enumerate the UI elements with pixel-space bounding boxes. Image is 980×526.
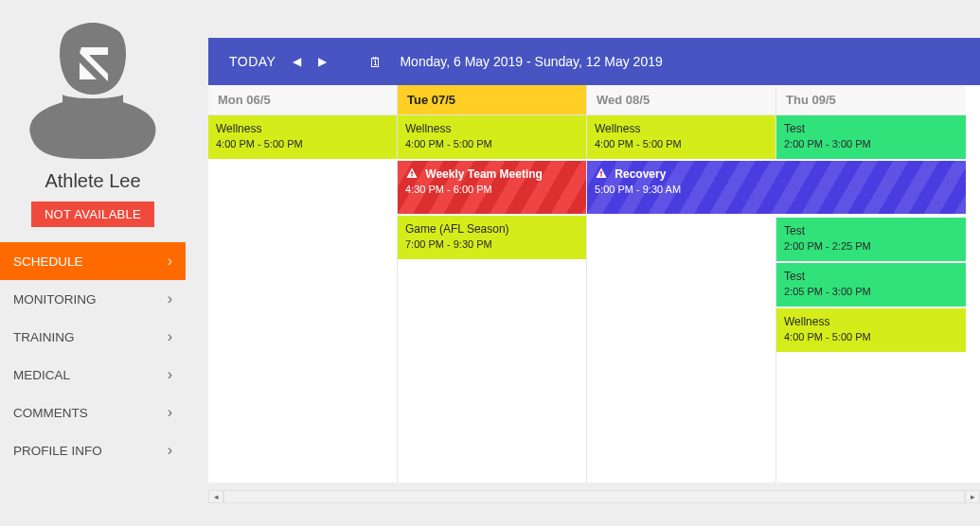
avatar-icon (27, 17, 159, 159)
event[interactable]: Test2:05 PM - 3:00 PM (776, 263, 966, 308)
event-title: Recovery (595, 167, 958, 182)
alert-icon (595, 167, 608, 180)
day-column: Wed 08/5Wellness4:00 PM - 5:00 PM Recove… (587, 85, 776, 482)
nav-item-label: SCHEDULE (13, 254, 83, 269)
events-container: Wellness4:00 PM - 5:00 PM (208, 115, 397, 161)
event-title: Test (784, 269, 958, 284)
events-container: Wellness4:00 PM - 5:00 PM Recovery5:00 P… (587, 115, 775, 216)
event[interactable]: Wellness4:00 PM - 5:00 PM (398, 115, 586, 161)
event-title: Test (784, 121, 958, 136)
event[interactable]: Test2:00 PM - 2:25 PM (776, 218, 966, 263)
day-header: Tue 07/5 (398, 85, 586, 115)
user-name: Athlete Lee (0, 167, 186, 202)
nav-item-label: TRAINING (13, 330, 75, 344)
event-time: 4:00 PM - 5:00 PM (595, 137, 768, 151)
chevron-right-icon: › (168, 328, 172, 345)
today-button[interactable]: TODAY (229, 54, 276, 69)
nav-item-label: MONITORING (13, 292, 97, 307)
next-week-button[interactable]: ▶ (318, 55, 327, 68)
event-time: 4:30 PM - 6:00 PM (405, 183, 579, 197)
nav-item-profile-info[interactable]: PROFILE INFO› (0, 431, 186, 469)
chevron-right-icon: › (168, 290, 172, 307)
sidebar: Athlete Lee NOT AVAILABLE SCHEDULE›MONIT… (0, 0, 186, 526)
nav-item-comments[interactable]: COMMENTS› (0, 394, 186, 431)
nav-item-label: COMMENTS (13, 406, 88, 420)
event-title: Weekly Team Meeting (405, 167, 579, 182)
day-header: Thu 09/5 (776, 85, 966, 115)
events-container: Wellness4:00 PM - 5:00 PM Weekly Team Me… (398, 115, 586, 261)
calendar-icon[interactable]: 🗓 (368, 54, 383, 70)
alert-icon (405, 167, 419, 180)
event[interactable]: Wellness4:00 PM - 5:00 PM (776, 308, 966, 354)
horizontal-scrollbar[interactable]: ◂ ▸ (208, 490, 980, 503)
chevron-right-icon: › (168, 253, 172, 270)
nav-item-label: MEDICAL (13, 368, 70, 382)
event[interactable]: Game (AFL Season)7:00 PM - 9:30 PM (398, 216, 586, 261)
event-time: 4:00 PM - 5:00 PM (784, 330, 958, 344)
event[interactable]: Wellness4:00 PM - 5:00 PM (587, 115, 775, 161)
nav-item-medical[interactable]: MEDICAL› (0, 356, 186, 394)
nav-item-schedule[interactable]: SCHEDULE› (0, 242, 186, 280)
nav-item-training[interactable]: TRAINING› (0, 318, 186, 356)
chevron-right-icon: › (168, 442, 172, 459)
svg-rect-2 (600, 171, 601, 175)
event-title: Game (AFL Season) (405, 221, 579, 237)
event-title: Test (784, 223, 958, 238)
event-time: 2:00 PM - 3:00 PM (784, 137, 958, 151)
nav-list: SCHEDULE›MONITORING›TRAINING›MEDICAL›COM… (0, 242, 186, 469)
event-time: 4:00 PM - 5:00 PM (216, 137, 389, 151)
nav-item-monitoring[interactable]: MONITORING› (0, 280, 186, 318)
event[interactable]: Wellness4:00 PM - 5:00 PM (208, 115, 397, 161)
event[interactable]: Recovery5:00 PM - 9:30 AM (587, 161, 966, 216)
prev-week-button[interactable]: ◀ (293, 55, 301, 68)
nav-item-label: PROFILE INFO (13, 444, 102, 458)
scroll-right-button[interactable]: ▸ (965, 490, 980, 503)
calendar-grid: Mon 06/5Wellness4:00 PM - 5:00 PMTue 07/… (208, 85, 980, 482)
calendar-header: TODAY ◀ ▶ 🗓 Monday, 6 May 2019 - Sunday,… (208, 38, 980, 85)
event-title: Wellness (216, 121, 389, 136)
event-time: 4:00 PM - 5:00 PM (405, 137, 579, 151)
status-badge: NOT AVAILABLE (31, 202, 154, 227)
svg-rect-0 (411, 171, 412, 175)
event-time: 2:05 PM - 3:00 PM (784, 285, 958, 299)
scroll-track[interactable] (223, 490, 965, 503)
date-range: Monday, 6 May 2019 - Sunday, 12 May 2019 (400, 54, 662, 69)
svg-rect-1 (411, 175, 412, 176)
chevron-right-icon: › (168, 366, 172, 383)
main: TODAY ◀ ▶ 🗓 Monday, 6 May 2019 - Sunday,… (186, 0, 980, 526)
day-column: Tue 07/5Wellness4:00 PM - 5:00 PM Weekly… (398, 85, 587, 482)
avatar (0, 0, 186, 167)
event-title: Wellness (595, 121, 768, 136)
event-title: Wellness (405, 121, 579, 136)
day-column: Mon 06/5Wellness4:00 PM - 5:00 PM (208, 85, 398, 482)
event-time: 5:00 PM - 9:30 AM (595, 183, 958, 197)
event-title: Wellness (784, 314, 958, 329)
event[interactable]: Test2:00 PM - 3:00 PM (776, 115, 966, 161)
chevron-right-icon: › (168, 404, 172, 421)
events-container: Test2:00 PM - 3:00 PMTest2:00 PM - 2:25 … (776, 115, 966, 354)
day-header: Wed 08/5 (587, 85, 775, 115)
svg-rect-3 (600, 175, 601, 176)
event-time: 7:00 PM - 9:30 PM (405, 237, 579, 252)
event-time: 2:00 PM - 2:25 PM (784, 239, 958, 254)
day-column: Thu 09/5Test2:00 PM - 3:00 PMTest2:00 PM… (776, 85, 966, 482)
scroll-left-button[interactable]: ◂ (208, 490, 223, 503)
day-header: Mon 06/5 (208, 85, 397, 115)
event[interactable]: Weekly Team Meeting4:30 PM - 6:00 PM (398, 161, 586, 216)
